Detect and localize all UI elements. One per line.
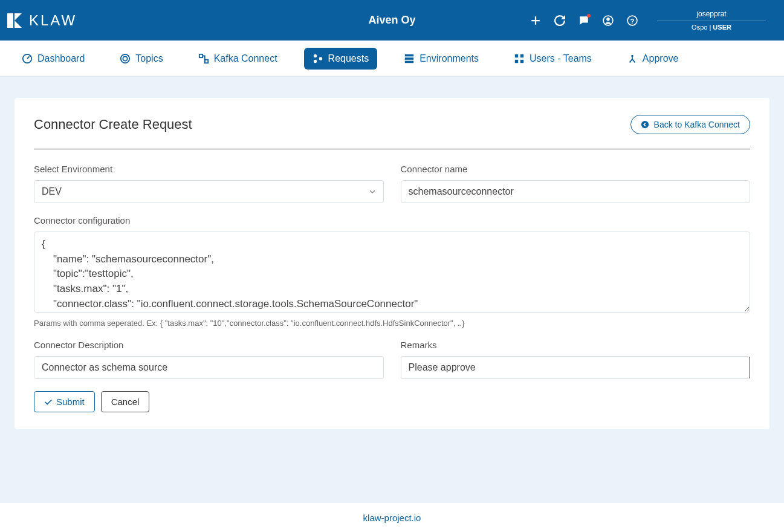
help-icon[interactable]: ? (627, 15, 638, 26)
submit-button[interactable]: Submit (34, 391, 95, 412)
chevron-down-icon (369, 188, 376, 195)
svg-point-13 (319, 57, 322, 60)
svg-rect-10 (199, 54, 202, 57)
nav-label: Users - Teams (530, 53, 592, 64)
tripod-icon (627, 53, 638, 64)
svg-rect-18 (515, 54, 518, 57)
grid-icon (514, 53, 525, 64)
env-label: Select Environment (34, 164, 384, 174)
nav-label: Topics (135, 53, 163, 64)
footer-link[interactable]: klaw-project.io (363, 513, 421, 523)
user-team-role: Ospo | USER (657, 24, 766, 31)
notification-dot (587, 14, 591, 18)
svg-point-4 (606, 17, 610, 21)
nav-kafka-connect[interactable]: Kafka Connect (190, 48, 286, 70)
svg-rect-21 (520, 59, 523, 62)
target-icon (120, 53, 131, 64)
request-card: Connector Create Request Back to Kafka C… (15, 98, 769, 429)
nav-label: Approve (643, 53, 679, 64)
server-icon (404, 53, 415, 64)
username: josepprat (657, 10, 766, 18)
nav-users-teams[interactable]: Users - Teams (505, 48, 600, 70)
connector-description-input[interactable] (34, 356, 384, 379)
svg-point-22 (631, 54, 633, 57)
main-nav: Dashboard Topics Kafka Connect Requests … (0, 41, 784, 77)
remarks-label: Remarks (401, 340, 751, 350)
page-title: Connector Create Request (34, 117, 192, 132)
nav-topics[interactable]: Topics (111, 48, 171, 70)
company-name: Aiven Oy (368, 14, 415, 27)
svg-rect-20 (515, 59, 518, 62)
svg-point-9 (123, 56, 128, 60)
klaw-logo-icon (6, 12, 23, 29)
description-label: Connector Description (34, 340, 384, 350)
svg-point-12 (313, 54, 316, 57)
add-icon[interactable] (530, 15, 541, 26)
app-name: KLAW (29, 12, 77, 29)
nav-label: Environments (420, 53, 479, 64)
chat-icon[interactable] (578, 15, 589, 26)
config-label: Connector configuration (34, 215, 750, 225)
back-button-label: Back to Kafka Connect (654, 120, 740, 129)
submit-label: Submit (56, 397, 85, 407)
back-to-kafka-connect-button[interactable]: Back to Kafka Connect (630, 115, 750, 134)
environment-select[interactable]: DEV (34, 180, 384, 203)
logo[interactable]: KLAW (6, 12, 77, 29)
arrow-left-circle-icon (641, 120, 649, 129)
connector-name-label: Connector name (401, 164, 751, 174)
app-header: KLAW Aiven Oy ? josepprat (0, 0, 784, 41)
user-icon[interactable] (603, 15, 614, 26)
check-icon (44, 398, 53, 406)
nav-requests[interactable]: Requests (304, 48, 378, 70)
footer: klaw-project.io (0, 503, 784, 532)
nav-label: Kafka Connect (214, 53, 277, 64)
svg-point-14 (313, 59, 316, 62)
connect-icon (198, 53, 209, 64)
network-icon (313, 53, 323, 64)
svg-text:?: ? (630, 17, 635, 24)
connector-config-textarea[interactable] (34, 232, 750, 313)
nav-approve[interactable]: Approve (618, 48, 687, 70)
user-panel[interactable]: josepprat Ospo | USER (651, 10, 772, 31)
svg-rect-16 (405, 57, 413, 60)
svg-point-23 (641, 121, 648, 128)
svg-point-8 (121, 54, 129, 62)
refresh-icon[interactable] (554, 15, 565, 26)
environment-value: DEV (42, 186, 62, 197)
svg-rect-0 (7, 13, 13, 28)
connector-name-input[interactable] (401, 180, 751, 203)
nav-dashboard[interactable]: Dashboard (13, 48, 93, 70)
svg-marker-1 (15, 13, 22, 21)
remarks-input[interactable] (401, 356, 751, 379)
svg-rect-15 (405, 54, 413, 56)
cancel-button[interactable]: Cancel (101, 391, 150, 412)
nav-label: Requests (328, 53, 369, 64)
gauge-icon (22, 53, 33, 64)
nav-environments[interactable]: Environments (395, 48, 487, 70)
config-helper-text: Params with comma seperated. Ex: { "task… (34, 319, 750, 328)
svg-marker-2 (15, 21, 22, 28)
svg-rect-17 (405, 60, 413, 63)
svg-rect-19 (520, 54, 523, 57)
nav-label: Dashboard (37, 53, 85, 64)
